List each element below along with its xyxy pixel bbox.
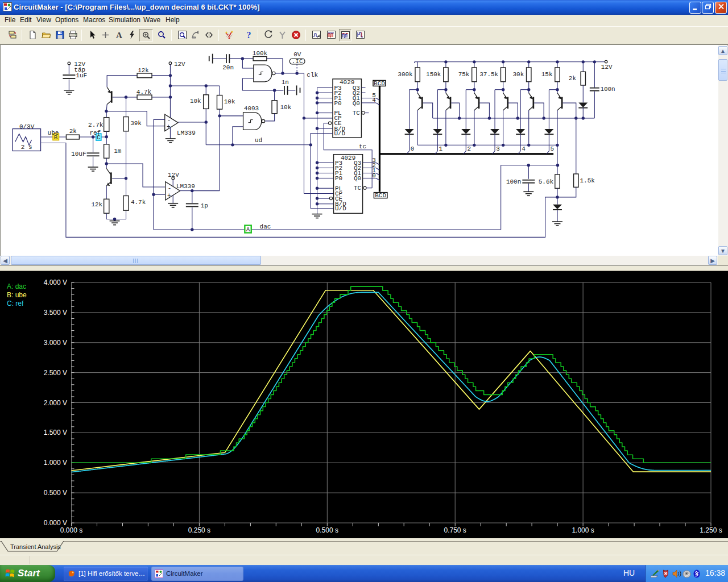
svg-text:ud: ud	[255, 137, 262, 144]
svg-text:2: 2	[468, 146, 471, 152]
svg-text:2 s: 2 s	[21, 144, 32, 151]
svg-text:Q0: Q0	[354, 175, 361, 182]
svg-text:Transient Analysis: Transient Analysis	[10, 543, 61, 550]
svg-text:10uF: 10uF	[71, 151, 86, 157]
svg-text:0.000 V: 0.000 V	[44, 519, 67, 527]
svg-text:20n: 20n	[222, 64, 234, 71]
svg-text:12k: 12k	[138, 67, 149, 74]
svg-text:P0: P0	[334, 100, 341, 107]
svg-text:2.000 V: 2.000 V	[44, 399, 67, 407]
svg-text:-: -	[168, 185, 172, 192]
svg-text:4.7k: 4.7k	[136, 89, 152, 95]
svg-text:LM339: LM339	[176, 183, 195, 190]
svg-text:1m: 1m	[114, 148, 122, 155]
svg-text:U/D: U/D	[334, 130, 345, 137]
svg-text:A: dac: A: dac	[7, 282, 26, 290]
svg-text:clk: clk	[307, 72, 318, 78]
svg-text:1.5k: 1.5k	[580, 177, 595, 184]
svg-text:BCD: BCD	[375, 192, 386, 199]
svg-text:1p: 1p	[201, 202, 208, 209]
svg-text:TC: TC	[354, 185, 362, 192]
svg-text:0.500 V: 0.500 V	[44, 489, 67, 497]
svg-text:0.000 s: 0.000 s	[60, 526, 82, 534]
svg-text:U/D: U/D	[335, 205, 346, 212]
svg-text:?: ?	[246, 30, 251, 40]
svg-text:ube: ube	[48, 130, 59, 136]
svg-text:Q0: Q0	[353, 100, 360, 107]
svg-text:2.7k: 2.7k	[88, 122, 104, 128]
svg-text:2k: 2k	[69, 128, 77, 135]
svg-text:10k: 10k	[280, 104, 291, 111]
svg-text:4: 4	[372, 97, 376, 103]
svg-text:A: A	[116, 31, 122, 40]
svg-text:-: -	[167, 117, 171, 123]
svg-text:37.5k: 37.5k	[479, 71, 498, 78]
svg-text:15k: 15k	[541, 71, 553, 78]
svg-text:150k: 150k	[426, 71, 441, 78]
svg-text:1uF: 1uF	[76, 72, 87, 79]
svg-text:tc: tc	[359, 143, 366, 150]
svg-text:4.7k: 4.7k	[131, 199, 146, 206]
svg-text:12V: 12V	[168, 172, 179, 178]
svg-text:12V: 12V	[601, 64, 613, 70]
svg-text:P0: P0	[335, 175, 342, 182]
svg-text:5: 5	[551, 146, 555, 152]
svg-text:TC: TC	[353, 110, 361, 117]
svg-text:75k: 75k	[458, 71, 470, 78]
svg-text:100n: 100n	[506, 178, 521, 185]
svg-text:30k: 30k	[512, 71, 524, 78]
svg-text:+: +	[167, 192, 171, 199]
svg-text:0: 0	[372, 172, 376, 179]
svg-text:1.500 V: 1.500 V	[44, 429, 67, 436]
svg-text:2k: 2k	[569, 75, 577, 82]
svg-text:4: 4	[522, 146, 526, 152]
svg-text:4.000 V: 4.000 V	[44, 278, 67, 286]
svg-text:12k: 12k	[91, 201, 102, 208]
svg-text:0V: 0V	[293, 51, 301, 58]
svg-text:.IC: .IC	[292, 58, 303, 65]
svg-text:1n: 1n	[282, 79, 289, 86]
svg-text:3.000 V: 3.000 V	[44, 339, 67, 347]
svg-text:0: 0	[411, 146, 415, 152]
svg-text:BCD: BCD	[374, 80, 385, 87]
svg-text:39k: 39k	[130, 120, 142, 127]
svg-text:1.000 V: 1.000 V	[44, 459, 67, 467]
svg-text:10k: 10k	[190, 98, 201, 105]
svg-text:100n: 100n	[600, 86, 615, 93]
svg-text:3.500 V: 3.500 V	[44, 309, 67, 317]
svg-text:3: 3	[496, 146, 500, 152]
svg-text:100k: 100k	[253, 50, 268, 57]
svg-text:10k: 10k	[224, 98, 235, 105]
svg-text:0.500 s: 0.500 s	[316, 526, 338, 534]
svg-text:300k: 300k	[398, 71, 413, 78]
svg-text:1.000 s: 1.000 s	[572, 526, 594, 534]
svg-text:A: A	[246, 226, 250, 233]
svg-text:1: 1	[439, 146, 443, 152]
svg-text:4093: 4093	[244, 105, 259, 112]
svg-text:12V: 12V	[174, 61, 185, 68]
svg-text:5.6k: 5.6k	[539, 178, 554, 185]
svg-text:0/3V: 0/3V	[19, 123, 35, 130]
svg-text:2.500 V: 2.500 V	[44, 369, 67, 377]
svg-text:B: ube: B: ube	[7, 291, 27, 299]
svg-text:0.750 s: 0.750 s	[444, 526, 466, 534]
svg-text:0.250 s: 0.250 s	[188, 526, 210, 534]
svg-text:dac: dac	[260, 223, 271, 230]
svg-text:LM339: LM339	[177, 130, 196, 136]
svg-text:C: ref: C: ref	[7, 300, 24, 307]
svg-text:+: +	[167, 123, 171, 130]
svg-text:ref: ref	[89, 130, 101, 136]
svg-text:1.250 s: 1.250 s	[700, 526, 722, 534]
